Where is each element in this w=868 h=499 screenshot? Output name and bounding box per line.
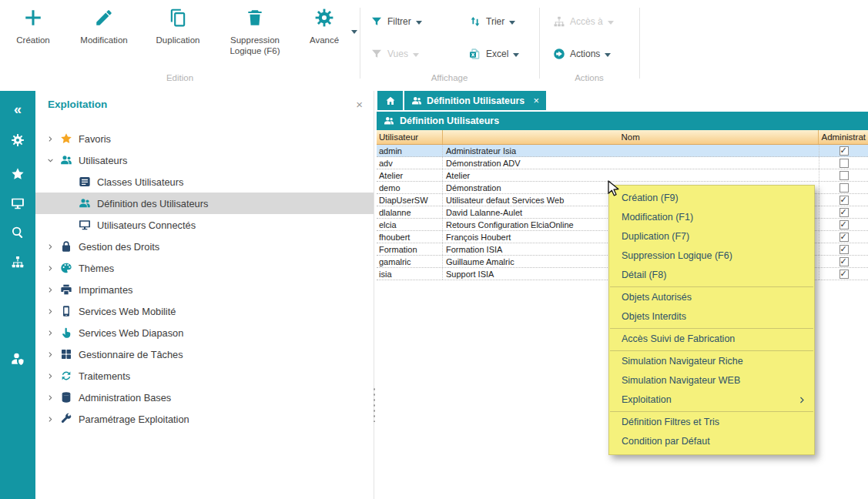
admin-checkbox[interactable] bbox=[840, 196, 849, 205]
expand-chevron-icon[interactable] bbox=[45, 263, 55, 273]
expand-chevron-icon[interactable] bbox=[45, 349, 55, 360]
context-menu-item-exploitation[interactable]: Exploitation bbox=[609, 390, 814, 410]
context-menu-item-simulation-navigateur-riche[interactable]: Simulation Navigateur Riche bbox=[609, 352, 814, 371]
views-icon bbox=[370, 48, 383, 60]
sidebar-item-favorites[interactable] bbox=[0, 162, 35, 186]
tree-item-gestion-des-droits[interactable]: Gestion des Droits bbox=[35, 236, 374, 257]
tree-item-services-web-mobilite[interactable]: Services Web Mobilité bbox=[35, 300, 374, 322]
tree-item-themes[interactable]: Thèmes bbox=[35, 257, 374, 279]
tree-item-label: Utilisateurs bbox=[79, 155, 127, 166]
sidebar-item-search[interactable] bbox=[0, 220, 35, 245]
expand-chevron-icon[interactable] bbox=[45, 327, 55, 338]
pencil-icon bbox=[94, 8, 114, 28]
expand-chevron-icon[interactable] bbox=[45, 414, 55, 424]
expand-chevron-icon[interactable] bbox=[45, 241, 55, 252]
context-menu-item-acces-suivi-de-fabrication[interactable]: Accès Suivi de Fabrication bbox=[609, 330, 814, 349]
modification-button[interactable]: Modification bbox=[71, 8, 137, 45]
grid-icon bbox=[60, 348, 72, 360]
duplication-button[interactable]: Duplication bbox=[145, 8, 211, 45]
context-menu-item-detail[interactable]: Détail (F8) bbox=[609, 266, 814, 285]
cell-utilisateur: adv bbox=[377, 157, 443, 169]
sort-label: Trier bbox=[486, 16, 504, 27]
tree-item-label: Classes Utilisateurs bbox=[97, 176, 183, 188]
table-row[interactable]: adv Démonstration ADV bbox=[377, 157, 868, 169]
admin-checkbox[interactable] bbox=[840, 257, 849, 266]
table-row[interactable]: Atelier Atelier bbox=[377, 169, 868, 182]
sidebar-item-settings[interactable] bbox=[0, 128, 35, 152]
admin-checkbox[interactable] bbox=[840, 183, 849, 193]
tree-item-utilisateurs[interactable]: Utilisateurs bbox=[35, 149, 374, 171]
avance-dropdown-caret[interactable] bbox=[351, 34, 357, 48]
wrench-icon bbox=[60, 413, 72, 425]
creation-button[interactable]: Création bbox=[5, 8, 62, 45]
filter-button[interactable]: Filtrer bbox=[370, 12, 422, 31]
tree-item-classes-utilisateurs[interactable]: Classes Utilisateurs bbox=[35, 171, 374, 193]
close-panel-button[interactable]: × bbox=[356, 98, 363, 111]
context-menu-item-objets-autorises[interactable]: Objets Autorisés bbox=[609, 288, 814, 307]
column-header-nom[interactable]: Nom bbox=[443, 130, 819, 144]
admin-checkbox[interactable] bbox=[840, 245, 849, 254]
expand-chevron-icon[interactable] bbox=[45, 155, 55, 166]
context-menu-item-definition-filtres-et-tris[interactable]: Définition Filtres et Tris bbox=[609, 413, 814, 432]
admin-checkbox[interactable] bbox=[840, 171, 849, 180]
admin-checkbox[interactable] bbox=[840, 208, 849, 217]
filter-label: Filtrer bbox=[387, 16, 411, 27]
column-header-administrateur[interactable]: Administrat bbox=[819, 130, 868, 144]
chevron-down-icon bbox=[513, 53, 519, 57]
avance-label: Avancé bbox=[310, 35, 339, 45]
views-button[interactable]: Vues bbox=[370, 45, 419, 63]
tree-item-administration-bases[interactable]: Administration Bases bbox=[35, 387, 374, 408]
tree-item-traitements[interactable]: Traitements bbox=[35, 365, 374, 387]
context-menu-item-simulation-navigateur-web[interactable]: Simulation Navigateur WEB bbox=[609, 371, 814, 390]
cell-administrateur bbox=[819, 231, 868, 243]
suppression-logique-button[interactable]: Suppression Logique (F6) bbox=[217, 8, 293, 57]
expand-chevron-icon[interactable] bbox=[45, 133, 55, 144]
table-row[interactable]: admin Administrateur Isia bbox=[377, 145, 868, 157]
tree-item-utilisateurs-connectes[interactable]: Utilisateurs Connectés bbox=[35, 214, 374, 236]
close-tab-button[interactable]: × bbox=[533, 95, 539, 105]
admin-checkbox[interactable] bbox=[840, 146, 849, 156]
admin-checkbox[interactable] bbox=[840, 159, 849, 168]
tree-item-label: Paramétrage Exploitation bbox=[79, 414, 189, 425]
users-icon bbox=[60, 154, 72, 166]
context-menu-item-condition-par-defaut[interactable]: Condition par Défaut bbox=[609, 432, 814, 451]
expand-chevron-icon[interactable] bbox=[45, 370, 55, 381]
tree-item-parametrage-exploitation[interactable]: Paramétrage Exploitation bbox=[35, 408, 374, 430]
column-header-utilisateur[interactable]: Utilisateur bbox=[377, 130, 443, 144]
access-button[interactable]: Accès à bbox=[553, 12, 614, 31]
excel-button[interactable]: Excel bbox=[469, 45, 519, 63]
table-header-row: Utilisateur Nom Administrat bbox=[377, 130, 868, 145]
context-menu-item-suppression-logique[interactable]: Suppression Logique (F6) bbox=[609, 246, 814, 266]
expand-chevron-icon[interactable] bbox=[45, 306, 55, 316]
sidebar-item-screens[interactable] bbox=[0, 191, 35, 216]
sidebar-item-users[interactable] bbox=[0, 347, 35, 371]
tree-item-definition-des-utilisateurs[interactable]: Définition des Utilisateurs bbox=[35, 193, 374, 214]
tree-item-imprimantes[interactable]: Imprimantes bbox=[35, 279, 374, 300]
tree-item-label: Traitements bbox=[79, 370, 130, 382]
tree-item-favoris[interactable]: Favoris bbox=[35, 128, 374, 149]
context-menu-item-creation[interactable]: Création (F9) bbox=[609, 189, 814, 208]
sort-button[interactable]: Trier bbox=[469, 12, 515, 31]
tab-home[interactable] bbox=[377, 91, 403, 110]
expand-chevron-icon[interactable] bbox=[45, 284, 55, 295]
sync-icon bbox=[60, 370, 72, 382]
avance-button[interactable]: Avancé bbox=[302, 8, 347, 45]
context-menu-item-modification[interactable]: Modification (F1) bbox=[609, 208, 814, 227]
expand-chevron-icon[interactable] bbox=[45, 392, 55, 403]
modification-label: Modification bbox=[80, 35, 127, 45]
collapse-sidebar-button[interactable]: « bbox=[0, 97, 35, 122]
context-menu-item-objets-interdits[interactable]: Objets Interdits bbox=[609, 307, 814, 327]
actions-button[interactable]: Actions bbox=[553, 45, 611, 63]
cell-utilisateur: elcia bbox=[377, 219, 443, 230]
context-menu-item-duplication[interactable]: Duplication (F7) bbox=[609, 227, 814, 246]
sidebar-item-sitemap[interactable] bbox=[0, 250, 35, 274]
users-icon bbox=[411, 95, 422, 106]
cell-administrateur bbox=[819, 194, 868, 206]
splitter-handle[interactable] bbox=[373, 387, 376, 422]
tree-item-gestionnaire-de-taches[interactable]: Gestionnaire de Tâches bbox=[35, 343, 374, 365]
tree-item-services-web-diapason[interactable]: Services Web Diapason bbox=[35, 322, 374, 343]
admin-checkbox[interactable] bbox=[840, 233, 849, 242]
tab-definition-utilisateurs[interactable]: Définition Utilisateurs × bbox=[404, 91, 546, 110]
admin-checkbox[interactable] bbox=[840, 220, 849, 229]
admin-checkbox[interactable] bbox=[840, 270, 849, 279]
